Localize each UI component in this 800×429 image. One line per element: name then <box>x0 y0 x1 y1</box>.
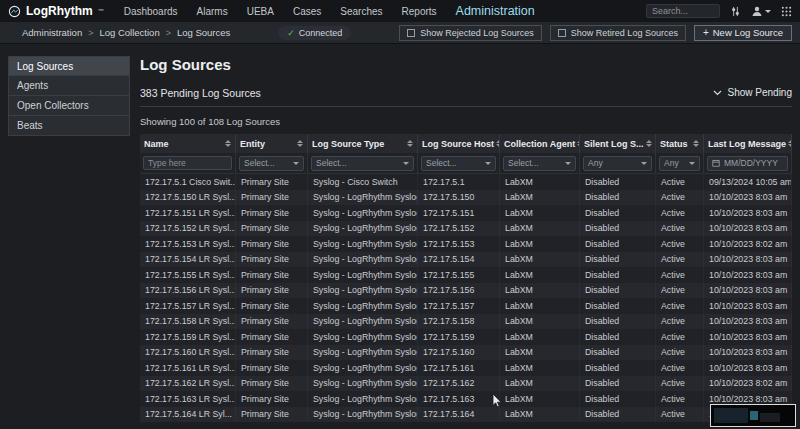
any-label: Any <box>664 158 679 168</box>
breadcrumb-log-collection[interactable]: Log Collection <box>99 27 159 38</box>
cell-host: 172.17.5.153 <box>418 236 500 252</box>
cell-name: 172.17.5.150 LR Sysl... <box>140 190 236 206</box>
cell-type: Syslog - LogRhythm Syslog Ge... <box>308 190 418 206</box>
table-row[interactable]: 172.17.5.164 LR Syl...Primary SiteSyslog… <box>140 407 792 423</box>
any-label: Any <box>588 158 603 168</box>
breadcrumb-log-sources[interactable]: Log Sources <box>177 27 230 38</box>
column-header-silent-log-source[interactable]: Silent Log S... <box>580 134 656 153</box>
column-label: Name <box>144 139 169 149</box>
nav-item-cases[interactable]: Cases <box>293 6 321 17</box>
table-row[interactable]: 172.17.5.159 LR Sysl...Primary SiteSyslo… <box>140 329 792 345</box>
cell-entity: Primary Site <box>236 205 308 221</box>
table-row[interactable]: 172.17.5.157 LR Sysl...Primary SiteSyslo… <box>140 298 792 314</box>
breadcrumb-administration[interactable]: Administration <box>22 27 82 38</box>
cell-agent: LabXM <box>500 345 580 361</box>
table-row[interactable]: 172.17.5.150 LR Sysl...Primary SiteSyslo… <box>140 190 792 206</box>
nav-item-dashboards[interactable]: Dashboards <box>124 6 178 17</box>
cell-agent: LabXM <box>500 376 580 392</box>
sidebar-item-log-sources[interactable]: Log Sources <box>8 56 130 76</box>
cell-last: 10/10/2023 8:03 am <box>704 205 792 221</box>
sort-icon[interactable] <box>788 140 792 147</box>
column-header-log-source-host[interactable]: Log Source Host <box>418 134 500 153</box>
cell-last: 10/10/2023 8:03 am <box>704 345 792 361</box>
cell-name: 172.17.5.163 LR Sysl... <box>140 391 236 407</box>
table-row[interactable]: 172.17.5.161 LR Sysl...Primary SiteSyslo… <box>140 360 792 376</box>
cell-silent: Disabled <box>580 252 656 268</box>
user-menu[interactable] <box>751 5 771 17</box>
show-pending-toggle[interactable]: Show Pending <box>713 87 793 98</box>
sort-icon[interactable] <box>297 140 303 147</box>
select-placeholder: Select... <box>244 158 275 168</box>
log-source-type-filter-select[interactable]: Select... <box>311 156 414 171</box>
log-table-body: 172.17.5.1 Cisco Swit...Primary SiteSysl… <box>140 174 792 422</box>
cell-host: 172.17.5.164 <box>418 407 500 423</box>
table-row[interactable]: 172.17.5.160 LR Sysl...Primary SiteSyslo… <box>140 345 792 361</box>
table-row[interactable]: 172.17.5.158 LR Sysl...Primary SiteSyslo… <box>140 314 792 330</box>
table-row[interactable]: 172.17.5.154 LR Sysl...Primary SiteSyslo… <box>140 252 792 268</box>
sidebar-item-label: Agents <box>17 80 48 91</box>
cell-status: Active <box>656 345 704 361</box>
sort-icon[interactable] <box>225 140 231 147</box>
status-filter-select[interactable]: Any <box>659 156 700 171</box>
table-row[interactable]: 172.17.5.1 Cisco Swit...Primary SiteSysl… <box>140 174 792 190</box>
column-header-name[interactable]: Name <box>140 134 236 153</box>
filter-sliders-icon[interactable] <box>730 6 741 17</box>
cell-agent: LabXM <box>500 221 580 237</box>
table-row[interactable]: 172.17.5.155 LR Sysl...Primary SiteSyslo… <box>140 267 792 283</box>
show-rejected-checkbox[interactable]: Show Rejected Log Sources <box>399 25 542 41</box>
column-header-last-log-message[interactable]: Last Log Message <box>704 134 792 153</box>
breadcrumb: Administration > Log Collection > Log So… <box>22 27 230 38</box>
table-row[interactable]: 172.17.5.151 LR Sysl...Primary SiteSyslo… <box>140 205 792 221</box>
nav-item-alarms[interactable]: Alarms <box>197 6 228 17</box>
table-row[interactable]: 172.17.5.153 LR Sysl...Primary SiteSyslo… <box>140 236 792 252</box>
select-placeholder: Select... <box>426 158 457 168</box>
connected-badge: ✓ Connected <box>278 26 351 40</box>
nav-item-reports[interactable]: Reports <box>402 6 437 17</box>
show-retired-checkbox[interactable]: Show Retired Log Sources <box>550 25 686 41</box>
column-label: Log Source Host <box>422 139 494 149</box>
sort-icon[interactable] <box>646 140 652 147</box>
cell-silent: Disabled <box>580 360 656 376</box>
table-row[interactable]: 172.17.5.156 LR Sysl...Primary SiteSyslo… <box>140 283 792 299</box>
cell-status: Active <box>656 190 704 206</box>
sort-icon[interactable] <box>693 140 699 147</box>
filter-collection-agent: Select... <box>500 153 580 173</box>
apps-grid-icon[interactable] <box>781 6 792 17</box>
cell-type: Syslog - LogRhythm Syslog Ge... <box>308 329 418 345</box>
table-row[interactable]: 172.17.5.163 LR Sysl...Primary SiteSyslo… <box>140 391 792 407</box>
nav-item-searches[interactable]: Searches <box>340 6 382 17</box>
name-filter-input[interactable] <box>143 156 232 170</box>
cell-entity: Primary Site <box>236 314 308 330</box>
search-input[interactable] <box>646 4 720 18</box>
sidebar-item-agents[interactable]: Agents <box>8 76 130 96</box>
entity-filter-select[interactable]: Select... <box>239 156 304 171</box>
cell-silent: Disabled <box>580 174 656 190</box>
collection-agent-filter-select[interactable]: Select... <box>503 156 576 171</box>
cell-type: Syslog - LogRhythm Syslog Ge... <box>308 360 418 376</box>
table-row[interactable]: 172.17.5.152 LR Sysl...Primary SiteSyslo… <box>140 221 792 237</box>
logo-text: LogRhythm <box>26 4 93 18</box>
screen-preview-overlay[interactable] <box>710 404 796 427</box>
cell-silent: Disabled <box>580 407 656 423</box>
cell-host: 172.17.5.160 <box>418 345 500 361</box>
logo[interactable]: LogRhythm™ <box>8 4 104 18</box>
cell-entity: Primary Site <box>236 252 308 268</box>
column-header-entity[interactable]: Entity <box>236 134 308 153</box>
column-header-log-source-type[interactable]: Log Source Type <box>308 134 418 153</box>
caret-down-icon <box>403 162 409 165</box>
sort-icon[interactable] <box>407 140 413 147</box>
nav-item-administration[interactable]: Administration <box>456 4 535 18</box>
date-filter-input[interactable]: MM/DD/YYYY <box>707 156 788 171</box>
cell-status: Active <box>656 205 704 221</box>
silent-log-source-filter-select[interactable]: Any <box>583 156 652 171</box>
cell-type: Syslog - LogRhythm Syslog Ge... <box>308 345 418 361</box>
new-log-source-button[interactable]: + New Log Source <box>694 25 792 41</box>
column-header-collection-agent[interactable]: Collection Agent <box>500 134 580 153</box>
column-header-status[interactable]: Status <box>656 134 704 153</box>
log-source-host-filter-select[interactable]: Select... <box>421 156 496 171</box>
cell-type: Syslog - LogRhythm Syslog Ge... <box>308 283 418 299</box>
nav-item-ueba[interactable]: UEBA <box>247 6 274 17</box>
sidebar-item-beats[interactable]: Beats <box>8 116 130 136</box>
table-row[interactable]: 172.17.5.162 LR Sysl...Primary SiteSyslo… <box>140 376 792 392</box>
sidebar-item-open-collectors[interactable]: Open Collectors <box>8 96 130 116</box>
